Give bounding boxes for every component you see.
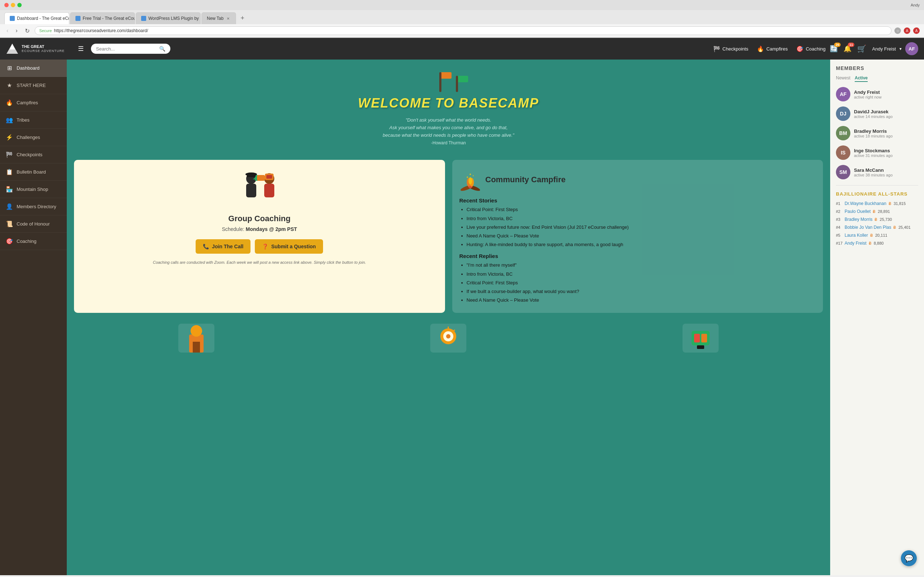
reply-item-5[interactable]: Need A Name Quick – Please Vote xyxy=(467,297,816,303)
sidebar-item-mountain-shop-label: Mountain Shop xyxy=(17,187,48,192)
browser-user: Andy xyxy=(911,3,920,7)
url-text: https://thegreатcourseadventure.com/dash… xyxy=(54,28,148,33)
allstar-name-3[interactable]: Bradley Morris xyxy=(845,217,872,222)
sidebar-item-start-here[interactable]: ★ START HERE xyxy=(0,77,67,94)
member-item-2: DJ DavidJ Jurasek active 14 minutes ago xyxy=(836,106,918,121)
allstar-name-1[interactable]: Dr.Wayne Buckhanan xyxy=(845,201,887,206)
tab-label-1: Dashboard - The Great eCour... xyxy=(17,16,69,21)
user-avatar: AF xyxy=(905,42,918,55)
submit-question-button[interactable]: ❓ Submit a Question xyxy=(255,239,323,254)
close-dot[interactable] xyxy=(4,3,9,7)
members-tab-newest[interactable]: Newest xyxy=(836,76,850,82)
maximize-dot[interactable] xyxy=(17,3,22,7)
sidebar-item-dashboard[interactable]: ⊞ Dashboard xyxy=(0,60,67,77)
search-input[interactable] xyxy=(96,46,156,52)
sidebar-item-checkpoints[interactable]: 🏁 Checkpoints xyxy=(0,146,67,163)
story-item-2[interactable]: Intro from Victoria, BC xyxy=(467,216,816,222)
new-tab-button[interactable]: + xyxy=(237,12,248,24)
sidebar-item-coaching[interactable]: 🎯 Coaching xyxy=(0,233,67,250)
cart-icon-btn[interactable]: 🛒 xyxy=(857,44,866,53)
sidebar-item-tribes[interactable]: 👥 Tribes xyxy=(0,111,67,129)
sidebar-item-tribes-label: Tribes xyxy=(17,117,30,123)
strip-item-1 xyxy=(178,324,214,353)
member-status-2: active 14 minutes ago xyxy=(854,114,918,119)
sidebar-item-campfires-label: Campfires xyxy=(17,100,38,105)
recent-replies-title: Recent Replies xyxy=(460,253,816,259)
sidebar-item-campfires[interactable]: 🔥 Campfires xyxy=(0,94,67,111)
bajillion-icon-3: Ƀ xyxy=(874,217,877,222)
url-bar[interactable]: Secure https://thegreатcourseadventure.c… xyxy=(35,26,892,35)
reload-button[interactable]: ↻ xyxy=(23,27,32,35)
browser-tab-4[interactable]: New Tab ✕ xyxy=(202,12,236,24)
recent-stories-title: Recent Stories xyxy=(460,197,816,203)
member-name-1[interactable]: Andy Freist xyxy=(854,90,918,95)
chat-button[interactable]: 💬 xyxy=(901,550,917,566)
nav-campfires-link[interactable]: 🔥 Campfires xyxy=(757,45,788,52)
reply-item-2[interactable]: Intro from Victoria, BC xyxy=(467,271,816,277)
member-item-3: BM Bradley Morris active 18 minutes ago xyxy=(836,126,918,140)
browser-chrome: Andy Dashboard - The Great eCour... ✕ Fr… xyxy=(0,0,924,38)
recent-replies-list: "I'm not all there myself" Intro from Vi… xyxy=(460,262,816,303)
tab-close-4[interactable]: ✕ xyxy=(226,16,231,21)
reply-item-3[interactable]: Critical Point: First Steps xyxy=(467,280,816,286)
bajillion-icon-6: Ƀ xyxy=(869,241,872,246)
sidebar-item-code-of-honour[interactable]: 📜 Code of Honour xyxy=(0,216,67,233)
svg-rect-25 xyxy=(193,342,200,353)
minimize-dot[interactable] xyxy=(11,3,15,7)
extension-icon-2[interactable]: A xyxy=(913,27,920,34)
search-icon[interactable]: 🔍 xyxy=(159,46,165,52)
nav-coaching-link[interactable]: 🎯 Coaching xyxy=(796,45,826,52)
allstar-name-6[interactable]: Andy Freist xyxy=(845,241,867,246)
reply-item-1[interactable]: "I'm not all there myself" xyxy=(467,262,816,269)
tab-favicon-1 xyxy=(10,16,15,21)
browser-tab-3[interactable]: WordPress LMS Plugin by Lea... ✕ xyxy=(136,12,201,24)
svg-rect-8 xyxy=(257,175,265,181)
members-tab-active[interactable]: Active xyxy=(855,76,868,82)
member-info-4: Inge Stockmans active 31 minutes ago xyxy=(854,148,918,158)
search-bar[interactable]: 🔍 xyxy=(91,44,170,54)
member-name-2[interactable]: DavidJ Jurasek xyxy=(854,109,918,114)
notification-bell-btn[interactable]: 🔔 11 xyxy=(843,45,851,53)
svg-rect-13 xyxy=(266,175,272,179)
coaching-card-title: Group Coaching xyxy=(229,214,290,223)
extension-icon-1[interactable]: A xyxy=(904,27,910,34)
story-item-3[interactable]: Live your preferred future now: End Poin… xyxy=(467,224,816,230)
browser-tab-2[interactable]: Free Trial - The Great eCour... ✕ xyxy=(70,12,135,24)
members-directory-icon: 👤 xyxy=(6,203,13,210)
sidebar-item-members-directory[interactable]: 👤 Members Directory xyxy=(0,198,67,216)
allstar-name-2[interactable]: Paulo Ouellet xyxy=(845,209,871,214)
recent-stories-list: Critical Point: First Steps Intro from V… xyxy=(460,206,816,248)
allstar-name-5[interactable]: Laura Koller xyxy=(845,233,868,238)
sidebar-item-mountain-shop[interactable]: 🏪 Mountain Shop xyxy=(0,181,67,198)
back-button[interactable]: ‹ xyxy=(4,27,10,35)
hero-title: WELCOME TO BASECAMP xyxy=(74,96,823,111)
user-nav[interactable]: Andy Freist ▼ AF xyxy=(872,42,918,55)
refresh-icon-btn[interactable]: 🔄 26 xyxy=(830,45,838,53)
browser-tab-1[interactable]: Dashboard - The Great eCour... ✕ xyxy=(4,12,69,24)
campfire-title: Community Campfire xyxy=(485,175,566,184)
member-name-5[interactable]: Sara McCann xyxy=(854,168,918,173)
story-item-4[interactable]: Need A Name Quick – Please Vote xyxy=(467,233,816,239)
tab-label-3: WordPress LMS Plugin by Lea... xyxy=(148,16,201,21)
story-item-5[interactable]: Hunting: A like-minded buddy to share su… xyxy=(467,242,816,248)
sidebar-item-bulletin-board[interactable]: 📋 Bulletin Board xyxy=(0,163,67,181)
secure-badge: Secure xyxy=(39,29,52,33)
nav-checkpoints-link[interactable]: 🏁 Checkpoints xyxy=(713,45,748,52)
allstar-name-4[interactable]: Bobbie Jo Van Den Plas xyxy=(845,225,891,230)
bookmark-icon[interactable]: ☆ xyxy=(894,27,901,34)
allstar-item-2: #2 Paulo Ouellet Ƀ 28,891 xyxy=(836,209,918,214)
reply-item-4[interactable]: If we built a course-builder app, what w… xyxy=(467,288,816,295)
member-name-3[interactable]: Bradley Morris xyxy=(854,129,918,134)
allstar-rank-5: #5 xyxy=(836,233,842,237)
member-name-4[interactable]: Inge Stockmans xyxy=(854,148,918,153)
sidebar-item-challenges[interactable]: ⚡ Challenges xyxy=(0,129,67,146)
allstars-title: BAJILLIONAIRE ALL-STARS xyxy=(836,191,918,197)
allstar-points-5: 20,111 xyxy=(875,233,887,237)
member-status-4: active 31 minutes ago xyxy=(854,153,918,158)
hamburger-menu-icon[interactable]: ☰ xyxy=(75,43,87,54)
coaching-nav-icon: 🎯 xyxy=(796,45,803,52)
forward-button[interactable]: › xyxy=(13,27,19,35)
join-call-button[interactable]: 📞 Join The Call xyxy=(196,239,250,254)
story-item-1[interactable]: Critical Point: First Steps xyxy=(467,206,816,213)
hero-quote-line1: "Don't ask yourself what the world needs… xyxy=(74,116,823,124)
